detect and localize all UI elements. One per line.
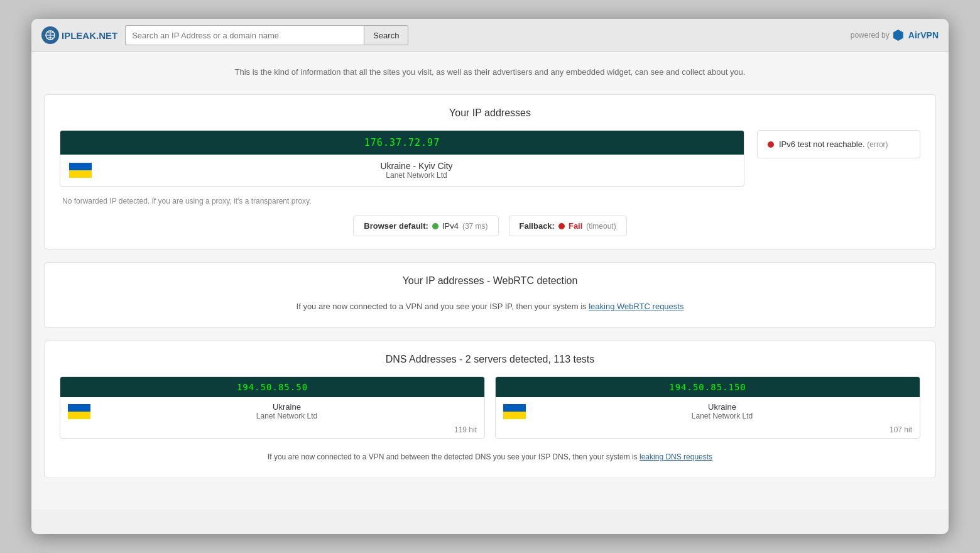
fallback-timeout: (timeout) <box>586 222 616 231</box>
header-left: IPLEAK.NET Search <box>41 25 408 45</box>
dns-item-2: 194.50.85.150 Ukraine Lanet Network Ltd … <box>495 376 920 439</box>
webrtc-card: Your IP addresses - WebRTC detection If … <box>44 262 936 328</box>
airvpn-logo: AirVPN <box>908 30 939 40</box>
fallback-badge: Fallback: Fail (timeout) <box>509 216 627 236</box>
dns-isp-1: Lanet Network Ltd <box>97 412 477 420</box>
ip-addresses-section: 176.37.72.97 Ukraine - Kyiv City Lanet N… <box>60 130 920 187</box>
flag-bottom <box>69 170 92 178</box>
flag-top <box>69 163 92 170</box>
webrtc-info-text: If you are now connected to a VPN and yo… <box>297 302 587 311</box>
browser-window: IPLEAK.NET Search powered by AirVPN This… <box>31 19 949 534</box>
dns-country-2: Ukraine <box>532 402 912 412</box>
dns-leak-info: If you are now connected to a VPN and be… <box>268 452 638 461</box>
dns-location-text-1: Ukraine Lanet Network Ltd <box>97 402 477 420</box>
dns-hit-2: 107 hit <box>496 425 920 438</box>
ukraine-flag-icon <box>69 163 92 178</box>
location-isp: Lanet Network Ltd <box>98 171 735 180</box>
fallback-status: Fail <box>569 221 582 231</box>
webrtc-card-title: Your IP addresses - WebRTC detection <box>60 275 920 287</box>
dns-card: DNS Addresses - 2 servers detected, 113 … <box>44 341 936 478</box>
green-dot-icon <box>432 223 438 229</box>
ipv6-label: IPv6 test not reachable. <box>779 140 865 149</box>
logo[interactable]: IPLEAK.NET <box>41 26 117 44</box>
location-city: Ukraine - Kyiv City <box>98 161 735 171</box>
dns-item-1: 194.50.85.50 Ukraine Lanet Network Ltd 1… <box>60 376 485 439</box>
dns-isp-2: Lanet Network Ltd <box>532 412 912 420</box>
dns-flag-1-icon <box>68 404 90 419</box>
search-form: Search <box>125 25 408 45</box>
header: IPLEAK.NET Search powered by AirVPN <box>31 19 949 52</box>
dns-grid: 194.50.85.50 Ukraine Lanet Network Ltd 1… <box>60 376 920 439</box>
ipv6-text: IPv6 test not reachable. (error) <box>779 140 888 149</box>
ip-main-box: 176.37.72.97 Ukraine - Kyiv City Lanet N… <box>60 130 744 187</box>
ipv6-error: (error) <box>867 140 888 149</box>
location-text: Ukraine - Kyiv City Lanet Network Ltd <box>98 161 735 180</box>
subtitle-text: This is the kind of information that all… <box>44 62 936 82</box>
dns-hit-1: 119 hit <box>60 425 484 438</box>
dns-leak-text: If you are now connected to a VPN and be… <box>60 449 920 465</box>
main-content: This is the kind of information that all… <box>31 52 949 510</box>
dns-flag-2-icon <box>503 404 526 419</box>
browser-default-label: Browser default: <box>364 221 428 231</box>
forwarded-text: No forwarded IP detected. If you are usi… <box>60 197 920 205</box>
fallback-label: Fallback: <box>520 221 555 231</box>
search-input[interactable] <box>125 25 364 45</box>
ip-location: Ukraine - Kyiv City Lanet Network Ltd <box>60 155 744 186</box>
dns-location-text-2: Ukraine Lanet Network Ltd <box>532 402 912 420</box>
browser-default-protocol: IPv4 <box>442 221 459 231</box>
webrtc-info: If you are now connected to a VPN and yo… <box>60 298 920 315</box>
browser-default-badge: Browser default: IPv4 (37 ms) <box>353 216 498 236</box>
browser-default-ms: (37 ms) <box>462 222 488 231</box>
dns-leak-link[interactable]: leaking DNS requests <box>640 452 712 461</box>
dns-address-bar-1: 194.50.85.50 <box>60 377 484 397</box>
ipv6-box: IPv6 test not reachable. (error) <box>757 130 920 158</box>
dns-address-bar-2: 194.50.85.150 <box>496 377 920 397</box>
red-dot-icon <box>768 141 774 148</box>
webrtc-leak-link[interactable]: leaking WebRTC requests <box>589 302 683 311</box>
dns-location-2: Ukraine Lanet Network Ltd <box>496 397 920 425</box>
ip-addresses-card: Your IP addresses 176.37.72.97 Ukraine -… <box>44 94 936 249</box>
dns-card-title: DNS Addresses - 2 servers detected, 113 … <box>60 354 920 365</box>
powered-by: powered by AirVPN <box>851 30 939 41</box>
protocol-row: Browser default: IPv4 (37 ms) Fallback: … <box>60 216 920 236</box>
airvpn-shield-icon <box>893 30 903 41</box>
logo-icon <box>41 26 59 44</box>
ip-address-bar: 176.37.72.97 <box>60 131 744 155</box>
fallback-red-dot-icon <box>558 223 565 229</box>
dns-country-1: Ukraine <box>97 402 477 412</box>
powered-by-label: powered by <box>851 31 890 40</box>
dns-location-1: Ukraine Lanet Network Ltd <box>60 397 484 425</box>
ip-card-title: Your IP addresses <box>60 107 920 119</box>
search-button[interactable]: Search <box>364 25 408 45</box>
logo-text: IPLEAK.NET <box>62 30 117 41</box>
